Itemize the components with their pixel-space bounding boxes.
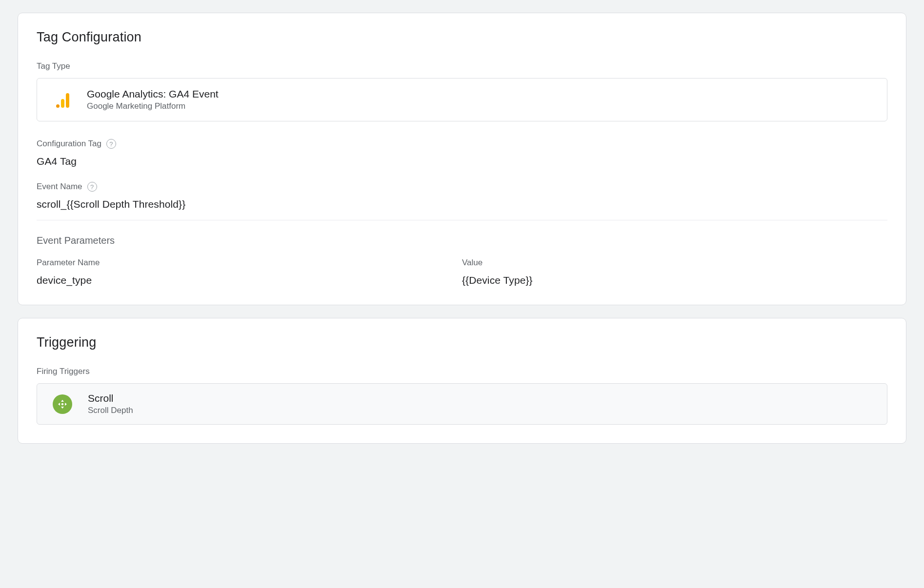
parameter-name-header: Parameter Name [37,258,462,268]
event-parameters-heading: Event Parameters [37,235,887,246]
event-parameters-table: Parameter Name Value device_type {{Devic… [37,258,887,286]
parameter-value-value: {{Device Type}} [462,274,887,286]
help-icon[interactable]: ? [87,182,97,192]
svg-marker-3 [65,403,67,406]
event-name-value: scroll_{{Scroll Depth Threshold}} [37,198,887,210]
trigger-type: Scroll Depth [88,406,133,415]
configuration-tag-label: Configuration Tag ? [37,139,887,149]
svg-marker-1 [61,407,64,409]
tag-type-name: Google Analytics: GA4 Event [87,88,219,100]
tag-configuration-title: Tag Configuration [37,30,887,45]
triggering-card[interactable]: Triggering Firing Triggers Scroll Scroll… [18,318,906,444]
tag-type-label: Tag Type [37,61,887,71]
google-analytics-icon [55,92,70,108]
triggering-title: Triggering [37,335,887,350]
divider [37,220,887,220]
tag-type-selector[interactable]: Google Analytics: GA4 Event Google Marke… [37,78,887,121]
scroll-depth-icon [53,394,72,414]
trigger-name: Scroll [88,392,133,404]
event-name-label: Event Name ? [37,182,887,192]
configuration-tag-value: GA4 Tag [37,156,887,167]
tag-configuration-card[interactable]: Tag Configuration Tag Type Google Analyt… [18,13,906,305]
firing-triggers-label: Firing Triggers [37,367,887,376]
parameter-name-value: device_type [37,274,462,286]
tag-type-platform: Google Marketing Platform [87,101,219,111]
svg-point-4 [61,403,63,405]
parameter-value-header: Value [462,258,887,268]
help-icon[interactable]: ? [106,139,116,149]
firing-trigger-row[interactable]: Scroll Scroll Depth [37,383,887,425]
svg-marker-2 [58,403,60,406]
svg-marker-0 [61,400,64,402]
